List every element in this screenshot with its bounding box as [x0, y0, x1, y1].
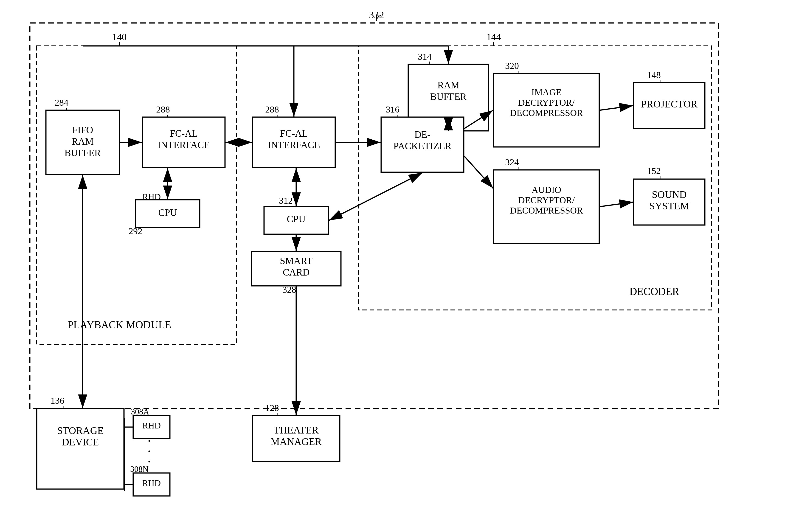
sound-system-label2: SYSTEM	[649, 200, 689, 212]
audio-decryptor-label2: DECRYPTOR/	[518, 195, 575, 205]
depacketizer-label2: PACKETIZER	[393, 141, 452, 151]
fc-al-left-label2: INTERFACE	[158, 140, 210, 150]
rhd-a-label-actual: RHD	[142, 421, 161, 430]
ref-136: 136	[50, 396, 64, 406]
ref-140: 140	[112, 32, 127, 42]
ref-284: 284	[55, 97, 68, 108]
diagram: 332 140 PLAYBACK MODULE 144 DECODER FIFO…	[0, 0, 810, 532]
fc-al-right-label2: INTERFACE	[268, 140, 320, 150]
storage-device-label1: STORAGE	[57, 425, 103, 436]
arrow-cpu-right-to-depack	[329, 173, 422, 221]
smart-card-label2: CARD	[283, 267, 310, 278]
sound-system-label1: SOUND	[652, 189, 687, 200]
smart-card-label1: SMART	[280, 256, 312, 266]
ref-288-right: 288	[265, 104, 279, 115]
image-decryptor-label2: DECRYPTOR/	[518, 97, 575, 108]
fifo-ram-buffer-label1: FIFO	[72, 125, 93, 135]
ref-308n: 308N	[130, 465, 148, 474]
ref-128: 128	[265, 403, 279, 413]
storage-device-label2: DEVICE	[62, 436, 99, 448]
ram-buffer-label2: BUFFER	[430, 91, 467, 102]
storage-device-box	[37, 409, 124, 489]
image-decryptor-label1: IMAGE	[531, 87, 561, 97]
ref-320: 320	[505, 61, 519, 71]
arrow-image-to-projector	[600, 106, 633, 110]
ref-292: 292	[129, 226, 142, 236]
cpu-left-label: CPU	[158, 207, 177, 218]
rhd-a-label: RHD	[142, 192, 161, 201]
ref-314: 314	[418, 51, 432, 62]
fifo-ram-buffer-label3: BUFFER	[65, 148, 101, 158]
ref-328: 328	[282, 285, 296, 295]
ref-312: 312	[279, 195, 293, 206]
theater-manager-label2: MANAGER	[271, 436, 322, 447]
image-decryptor-label3: DECOMPRESSOR	[510, 108, 583, 118]
ref-148: 148	[647, 70, 661, 80]
arrow-audio-to-sound	[600, 202, 633, 207]
projector-label: PROJECTOR	[641, 98, 698, 110]
outer-boundary	[30, 23, 719, 409]
fc-al-right-label1: FC-AL	[280, 128, 308, 139]
audio-decryptor-label3: DECOMPRESSOR	[510, 205, 583, 215]
theater-manager-label1: THEATER	[274, 424, 319, 436]
ref-144: 144	[486, 32, 501, 42]
rhd-n-label: RHD	[142, 478, 161, 488]
ref-288-left: 288	[156, 104, 170, 115]
audio-decryptor-label1: AUDIO	[532, 184, 561, 195]
depacketizer-label1: DE-	[415, 129, 431, 140]
ref-152: 152	[647, 166, 661, 176]
ram-buffer-label1: RAM	[437, 80, 459, 91]
ref-316: 316	[386, 104, 400, 115]
fifo-ram-buffer-label2: RAM	[71, 136, 94, 147]
cpu-right-label: CPU	[287, 214, 306, 224]
fc-al-left-label1: FC-AL	[170, 128, 197, 139]
ref-324: 324	[505, 157, 519, 167]
arrow-depack-to-audio	[464, 156, 493, 188]
ref-308a: 308A	[131, 407, 149, 416]
playback-module-boundary	[37, 46, 237, 344]
decoder-label: DECODER	[629, 286, 679, 297]
